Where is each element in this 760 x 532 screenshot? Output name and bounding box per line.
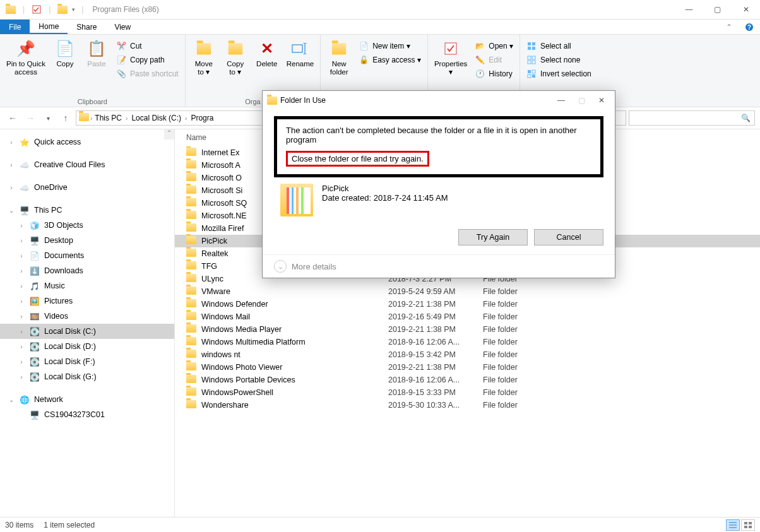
pc-icon: 🖥️ <box>19 204 30 216</box>
tree-item[interactable]: ›☁️OneDrive <box>0 180 174 195</box>
tree-item[interactable]: ›📄Documents <box>0 248 174 263</box>
expander-icon[interactable]: › <box>8 162 15 168</box>
delete-button[interactable]: ✕Delete <box>252 37 282 69</box>
separator: | <box>49 5 50 14</box>
cut-button[interactable]: ✂️Cut <box>114 40 181 52</box>
search-input[interactable]: 🔍 <box>629 110 755 126</box>
file-row[interactable]: VMware2019-5-24 9:59 AMFile folder <box>175 285 760 298</box>
dialog-titlebar[interactable]: Folder In Use — ▢ ✕ <box>263 91 615 110</box>
properties-button[interactable]: Properties ▾ <box>432 37 470 78</box>
history-button[interactable]: 🕐History <box>472 68 516 80</box>
tree-item[interactable]: ›⭐Quick access <box>0 134 174 150</box>
expander-icon[interactable]: › <box>18 298 25 305</box>
scroll-up-icon[interactable]: ⌃ <box>164 129 174 139</box>
tree-item[interactable]: ›🧊3D Objects <box>0 218 174 233</box>
tree-item[interactable]: ›💽Local Disk (C:) <box>0 324 174 339</box>
tree-item[interactable]: ›🖥️Desktop <box>0 233 174 248</box>
tab-view[interactable]: View <box>105 20 140 34</box>
dialog-close-button[interactable]: ✕ <box>592 93 611 107</box>
move-to-button[interactable]: Move to ▾ <box>189 37 218 78</box>
file-row[interactable]: Windows Media Player2019-2-21 1:38 PMFil… <box>175 323 760 336</box>
expander-icon[interactable]: › <box>18 268 25 275</box>
close-button[interactable]: ✕ <box>732 0 760 19</box>
expander-icon[interactable]: › <box>18 222 25 229</box>
file-row[interactable]: Windows Mail2019-2-16 5:49 PMFile folder <box>175 310 760 323</box>
cancel-button[interactable]: Cancel <box>534 229 603 245</box>
file-row[interactable]: Windows Photo Viewer2019-2-21 1:38 PMFil… <box>175 361 760 374</box>
tree-item[interactable]: ›🎵Music <box>0 278 174 293</box>
folder-qat-icon[interactable] <box>57 4 68 15</box>
more-details-toggle[interactable]: ⌄ More details <box>263 254 615 278</box>
expander-icon[interactable]: › <box>18 283 25 290</box>
file-row[interactable]: WindowsPowerShell2018-9-15 3:33 PMFile f… <box>175 386 760 399</box>
tree-item[interactable]: ›💽Local Disk (F:) <box>0 354 174 369</box>
tab-home[interactable]: Home <box>30 20 68 34</box>
back-button[interactable]: ← <box>5 110 20 126</box>
open-button[interactable]: 📂Open ▾ <box>472 40 516 52</box>
breadcrumb[interactable]: Progra <box>189 114 215 122</box>
pin-to-quick-access-button[interactable]: 📌Pin to Quick access <box>4 37 48 78</box>
ribbon-collapse-icon[interactable]: ⌃ <box>720 20 739 34</box>
recent-locations-button[interactable]: ▾ <box>40 110 56 126</box>
qat-dropdown-icon[interactable]: ▾ <box>72 6 75 13</box>
file-row[interactable]: Wondershare2019-5-30 10:33 A...File fold… <box>175 399 760 411</box>
details-view-button[interactable] <box>726 519 740 531</box>
easy-access-button[interactable]: 🔓Easy access ▾ <box>356 54 424 66</box>
tab-share[interactable]: Share <box>68 20 105 34</box>
copy-path-button[interactable]: 📝Copy path <box>114 54 181 66</box>
copy-button[interactable]: 📄Copy <box>50 37 80 69</box>
expander-icon[interactable]: › <box>18 374 25 381</box>
expander-icon[interactable]: › <box>18 358 25 365</box>
new-item-button[interactable]: 📄New item ▾ <box>356 40 424 52</box>
breadcrumb[interactable]: This PC› <box>93 114 129 122</box>
select-all-button[interactable]: Select all <box>524 40 594 52</box>
file-row[interactable]: Windows Multimedia Platform2018-9-16 12:… <box>175 336 760 348</box>
expander-icon[interactable]: › <box>18 237 25 244</box>
invert-selection-button[interactable]: Invert selection <box>524 68 594 80</box>
new-folder-button[interactable]: New folder <box>324 37 353 78</box>
tree-item[interactable]: ›💽Local Disk (D:) <box>0 339 174 354</box>
tree-item[interactable]: ›💽Local Disk (G:) <box>0 369 174 384</box>
tab-file[interactable]: File <box>0 20 30 34</box>
tree-item[interactable]: ›☁️Creative Cloud Files <box>0 157 174 172</box>
expander-icon[interactable]: ⌄ <box>8 207 15 214</box>
search-icon: 🔍 <box>741 114 751 122</box>
tree-item[interactable]: ›⬇️Downloads <box>0 263 174 278</box>
file-row[interactable]: Windows Defender2019-2-21 1:38 PMFile fo… <box>175 298 760 310</box>
breadcrumb[interactable]: Local Disk (C:)› <box>130 114 188 122</box>
expander-icon[interactable]: › <box>18 252 25 259</box>
file-row[interactable]: Windows Portable Devices2018-9-16 12:06 … <box>175 374 760 386</box>
expander-icon[interactable]: › <box>8 139 15 146</box>
select-none-button[interactable]: Select none <box>524 54 594 66</box>
paste-shortcut-button[interactable]: 📎Paste shortcut <box>114 68 181 80</box>
expander-icon[interactable]: › <box>18 313 25 320</box>
up-button[interactable]: ↑ <box>58 110 73 126</box>
copy-to-button[interactable]: Copy to ▾ <box>221 37 250 78</box>
rename-button[interactable]: Rename <box>284 37 316 69</box>
help-icon[interactable]: ? <box>739 20 760 34</box>
tree-item[interactable]: ›🎞️Videos <box>0 309 174 324</box>
expander-icon[interactable]: › <box>8 184 15 191</box>
dialog-minimize-button[interactable]: — <box>552 93 571 107</box>
expander-icon[interactable]: ⌄ <box>8 396 15 403</box>
expander-icon[interactable]: › <box>18 343 25 350</box>
try-again-button[interactable]: Try Again <box>458 229 528 245</box>
paste-icon: 📋 <box>86 38 107 59</box>
svg-rect-9 <box>532 42 535 45</box>
paste-button[interactable]: 📋Paste <box>82 37 111 69</box>
edit-button[interactable]: ✏️Edit <box>472 54 516 66</box>
tree-item[interactable]: ⌄🌐Network <box>0 392 174 407</box>
file-date: 2018-9-15 3:33 PM <box>388 388 483 397</box>
maximize-button[interactable]: ▢ <box>703 0 732 19</box>
tree-item[interactable]: ›🖼️Pictures <box>0 293 174 309</box>
3d-icon: 🧊 <box>29 220 40 231</box>
thumbnails-view-button[interactable] <box>741 519 755 531</box>
tree-item[interactable]: 🖥️CS19043273C01 <box>0 407 174 422</box>
properties-qat-icon[interactable] <box>31 4 42 15</box>
file-row[interactable]: windows nt2018-9-15 3:42 PMFile folder <box>175 348 760 361</box>
minimize-button[interactable]: — <box>675 0 703 19</box>
tree-item[interactable]: ⌄🖥️This PC <box>0 203 174 218</box>
forward-button[interactable]: → <box>23 110 38 126</box>
dialog-title: Folder In Use <box>280 96 326 105</box>
expander-icon[interactable]: › <box>18 328 25 335</box>
